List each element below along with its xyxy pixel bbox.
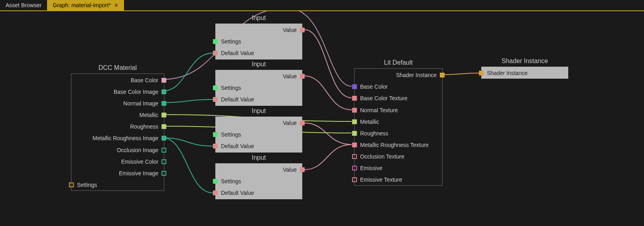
port-chip xyxy=(352,154,357,159)
port-label: Default Value xyxy=(221,50,254,56)
port-chip xyxy=(213,85,218,90)
port-label: Roughness xyxy=(130,123,158,130)
port-lit-base-color[interactable]: Base Color xyxy=(352,83,388,90)
tab-graph[interactable]: Graph: material-import* ✕ xyxy=(47,0,124,10)
port-label: Value xyxy=(283,27,297,33)
node-lit-default[interactable]: Shader Instance Base Color Base Color Te… xyxy=(354,68,443,186)
port-label: Metallic xyxy=(360,119,379,125)
port-emissive-color[interactable]: Emissive Color xyxy=(121,159,166,165)
tab-bar: Asset Browser Graph: material-import* ✕ xyxy=(0,0,644,11)
port-chip xyxy=(300,74,305,79)
port-lit-normal-texture[interactable]: Normal Texture xyxy=(352,107,398,113)
port-lit-roughness[interactable]: Roughness xyxy=(352,130,388,137)
port-roughness[interactable]: Roughness xyxy=(130,123,166,130)
port-base-color[interactable]: Base Color xyxy=(131,77,166,83)
port-lit-base-color-texture[interactable]: Base Color Texture xyxy=(352,95,408,101)
port-label: Occlusion Image xyxy=(117,147,158,153)
port-chip xyxy=(161,171,166,176)
port-default-value[interactable]: Default Value xyxy=(213,190,254,196)
port-occlusion-image[interactable]: Occlusion Image xyxy=(117,147,166,153)
port-chip xyxy=(213,179,218,184)
port-default-value[interactable]: Default Value xyxy=(213,50,254,56)
port-chip xyxy=(300,121,305,125)
port-label: Metallic Roughness Texture xyxy=(360,142,429,148)
port-settings[interactable]: Settings xyxy=(213,38,241,45)
node-title-shader-instance: Shader Instance xyxy=(481,57,568,65)
node-input-2[interactable]: Value Settings Default Value xyxy=(215,70,302,106)
port-label: Settings xyxy=(77,182,97,188)
port-settings[interactable]: Settings xyxy=(213,178,241,184)
node-input-3[interactable]: Value Settings Default Value xyxy=(215,117,302,153)
port-chip xyxy=(352,119,357,124)
port-chip xyxy=(161,159,166,164)
port-chip xyxy=(352,131,357,136)
port-chip xyxy=(213,144,218,149)
port-label: Default Value xyxy=(221,143,254,149)
port-default-value[interactable]: Default Value xyxy=(213,143,254,149)
tab-label: Graph: material-import* xyxy=(53,2,111,8)
node-shader-instance[interactable]: Shader Instance xyxy=(481,67,568,79)
port-label: Default Value xyxy=(221,96,254,103)
port-metallic-roughness-image[interactable]: Metallic Roughness Image xyxy=(93,135,166,141)
port-label: Emissive xyxy=(360,165,382,171)
port-chip xyxy=(161,113,166,117)
port-chip xyxy=(300,167,305,172)
port-label: Default Value xyxy=(221,190,254,196)
port-label: Emissive Image xyxy=(119,170,158,176)
port-emissive-image[interactable]: Emissive Image xyxy=(119,170,166,176)
port-normal-image[interactable]: Normal Image xyxy=(123,100,166,107)
port-label: Value xyxy=(283,167,297,173)
port-label: Settings xyxy=(221,38,241,45)
port-shader-instance-out[interactable]: Shader Instance xyxy=(396,72,445,78)
close-icon[interactable]: ✕ xyxy=(114,2,118,8)
port-lit-occlusion-texture[interactable]: Occlusion Texture xyxy=(352,153,404,160)
port-label: Shader Instance xyxy=(487,70,528,76)
port-metallic[interactable]: Metallic xyxy=(140,112,166,118)
port-settings[interactable]: Settings xyxy=(213,131,241,138)
node-input-4[interactable]: Value Settings Default Value xyxy=(215,163,302,199)
port-label: Normal Texture xyxy=(360,107,398,113)
port-chip xyxy=(352,166,357,170)
port-label: Base Color xyxy=(360,83,388,90)
port-label: Base Color Texture xyxy=(360,95,408,101)
port-label: Base Color Image xyxy=(114,89,158,95)
port-chip xyxy=(352,177,357,182)
node-title-lit-default: Lit Default xyxy=(354,59,443,66)
port-lit-mr-texture[interactable]: Metallic Roughness Texture xyxy=(352,142,429,148)
node-dcc-material[interactable]: Base Color Base Color Image Normal Image… xyxy=(71,73,164,191)
port-value[interactable]: Value xyxy=(283,120,305,126)
port-label: Metallic xyxy=(140,112,158,118)
port-label: Shader Instance xyxy=(396,72,437,78)
port-label: Value xyxy=(283,73,297,79)
port-lit-emissive-texture[interactable]: Emissive Texture xyxy=(352,176,402,183)
port-label: Normal Image xyxy=(123,100,158,107)
port-chip xyxy=(69,182,74,187)
port-settings[interactable]: Settings xyxy=(213,85,241,91)
node-title-input-3: Input xyxy=(215,107,302,115)
port-chip xyxy=(161,124,166,129)
port-shader-instance-in[interactable]: Shader Instance xyxy=(479,70,528,76)
port-base-color-image[interactable]: Base Color Image xyxy=(114,89,166,95)
port-label: Settings xyxy=(221,178,241,184)
port-chip xyxy=(352,84,357,89)
port-default-value[interactable]: Default Value xyxy=(213,96,254,103)
node-title-input-1: Input xyxy=(215,14,302,22)
port-lit-metallic[interactable]: Metallic xyxy=(352,119,379,125)
port-label: Base Color xyxy=(131,77,158,83)
port-label: Settings xyxy=(221,85,241,91)
graph-canvas[interactable]: DCC Material Base Color Base Color Image… xyxy=(0,11,644,226)
port-chip xyxy=(161,89,166,94)
node-title-dcc-material: DCC Material xyxy=(71,64,164,71)
port-label: Value xyxy=(283,120,297,126)
node-input-1[interactable]: Value Settings Default Value xyxy=(215,24,302,59)
port-chip xyxy=(213,132,218,137)
port-value[interactable]: Value xyxy=(283,27,305,33)
port-settings[interactable]: Settings xyxy=(69,182,97,188)
port-lit-emissive[interactable]: Emissive xyxy=(352,165,382,171)
port-chip xyxy=(161,78,166,83)
port-value[interactable]: Value xyxy=(283,73,305,79)
tab-asset-browser[interactable]: Asset Browser xyxy=(0,0,47,10)
port-chip xyxy=(213,190,218,195)
port-value[interactable]: Value xyxy=(283,167,305,173)
port-chip xyxy=(213,39,218,44)
